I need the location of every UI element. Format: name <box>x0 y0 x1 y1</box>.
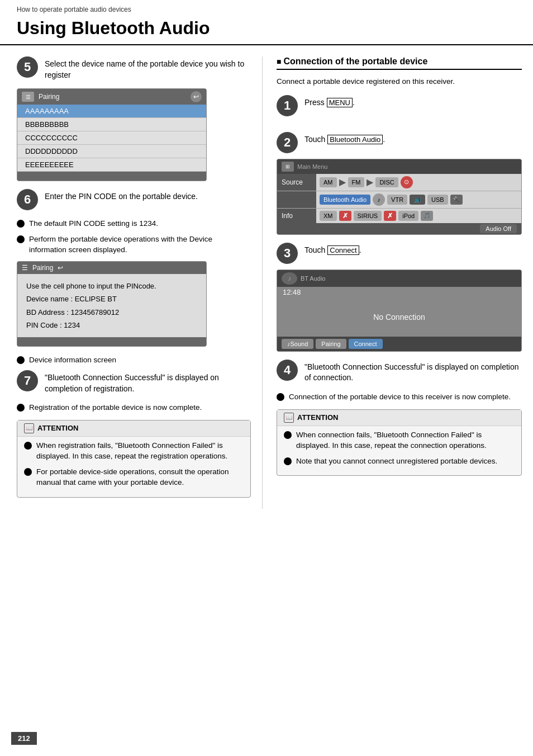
step-3-text: Touch Connect. <box>304 243 361 256</box>
arrow-1: ▶ <box>339 177 346 187</box>
step-1-suffix: . <box>353 98 355 107</box>
ipod-btn[interactable]: iPod <box>398 211 418 221</box>
attention-dot-l2 <box>24 468 32 476</box>
attention-item-left-2: For portable device-side operations, con… <box>24 466 244 488</box>
bullet-dot-device-info <box>17 356 25 364</box>
attention-dot-r1 <box>284 431 292 439</box>
device-info-label: Device information screen <box>29 355 116 366</box>
step-3-block: 3 Touch Connect. <box>277 243 522 264</box>
menu-row-info: Info XM ✗ SIRIUS ✗ iPod 🎵 <box>277 209 521 223</box>
bt-audio-label: BT Audio <box>301 275 325 282</box>
menu-button: MENU <box>327 98 353 107</box>
section-heading: Connection of the portable device <box>277 56 522 70</box>
source-items: AM ▶ FM ▶ DISC ⊙ <box>316 174 521 191</box>
step-3-suffix: . <box>359 245 361 254</box>
pairing-info-icon: ☰ <box>22 264 28 272</box>
usb-btn[interactable]: USB <box>427 195 448 205</box>
breadcrumb: How to operate portable audio devices <box>0 0 533 16</box>
pairing-back-button[interactable]: ↩ <box>58 264 63 272</box>
left-column: 5 Select the device name of the portable… <box>0 56 263 509</box>
disc-btn[interactable]: DISC <box>375 177 398 187</box>
main-menu-screenshot: ⊞ Main Menu Source AM ▶ FM ▶ DISC ⊙ <box>277 159 522 235</box>
device-item-3[interactable]: CCCCCCCCCC <box>17 131 206 145</box>
pairing-line-3: BD Address : 123456789012 <box>26 306 197 319</box>
sirius-btn[interactable]: SIRIUS <box>354 211 382 221</box>
pairing-box-content: Use the cell phone to input the PINcode.… <box>17 274 206 338</box>
attention-header-right: 📖 ATTENTION <box>277 410 521 426</box>
attention-item-right-2: Note that you cannot connect unregistere… <box>284 456 515 467</box>
device-info-label-row: Device information screen <box>17 355 251 366</box>
page-container: How to operate portable audio devices Us… <box>0 0 533 756</box>
device-item-2[interactable]: BBBBBBBBB <box>17 118 206 131</box>
step-2-prefix: Touch <box>304 135 327 144</box>
step-3-prefix: Touch <box>304 245 327 254</box>
pairing-line-2: Device name : ECLIPSE BT <box>26 292 197 305</box>
attention-icon-right: 📖 <box>284 413 294 423</box>
am-btn[interactable]: AM <box>320 177 337 187</box>
bullet-3-text: Registration of the portable device is n… <box>29 402 202 413</box>
device-item-5[interactable]: EEEEEEEEEE <box>17 158 206 172</box>
device-list-box: ☰ Pairing ↩ AAAAAAAAA BBBBBBBBB CCCCCCCC… <box>17 88 207 181</box>
pairing-info-box: ☰ Pairing ↩ Use the cell phone to input … <box>17 261 207 347</box>
step-6-block: 6 Enter the PIN CODE on the portable dev… <box>17 189 251 210</box>
fm-btn[interactable]: FM <box>348 177 365 187</box>
info-label: Info <box>277 209 316 223</box>
device-list-header: ☰ Pairing ↩ <box>17 89 206 105</box>
bt-header-bar: ♪ BT Audio <box>277 270 521 287</box>
attention-icon-left: 📖 <box>24 423 34 433</box>
bt-icon: ♪ <box>373 193 385 206</box>
two-col-layout: 5 Select the device name of the portable… <box>0 56 533 509</box>
step-3-circle: 3 <box>277 243 298 264</box>
step-4-text: "Bluetooth Connection Successful" is dis… <box>304 360 522 384</box>
bullet-1: The default PIN CODE setting is 1234. <box>17 218 251 229</box>
step-7-block: 7 "Bluetooth Connection Successful" is d… <box>17 370 251 394</box>
attention-text-left-2: For portable device-side operations, con… <box>36 466 244 488</box>
pairing-box-header: ☰ Pairing ↩ <box>17 262 206 274</box>
bluetooth-audio-button: Bluetooth Audio <box>327 135 383 144</box>
step-1-block: 1 Press MENU. <box>277 95 522 124</box>
bullet-dot-r1 <box>277 393 284 401</box>
step-7-text: "Bluetooth Connection Successful" is dis… <box>45 370 251 394</box>
right-column: Connection of the portable device Connec… <box>263 56 533 509</box>
info-items: XM ✗ SIRIUS ✗ iPod 🎵 <box>316 209 521 223</box>
step-2-text: Touch Bluetooth Audio. <box>304 132 385 145</box>
vtr-icon: 📺 <box>410 195 425 205</box>
bt-audio-screenshot: ♪ BT Audio 12:48 No Connection ♪Sound Pa… <box>277 270 522 352</box>
attention-text-right-1: When connection fails, "Bluetooth Connec… <box>296 429 515 451</box>
connect-footer-btn[interactable]: Connect <box>349 339 383 349</box>
menu-grid: Source AM ▶ FM ▶ DISC ⊙ <box>277 174 521 223</box>
bullet-r1-text: Connection of the portable device to thi… <box>289 391 511 403</box>
no-connection-label: No Connection <box>373 313 425 322</box>
sound-btn[interactable]: ♪Sound <box>282 339 313 349</box>
audio-off-btn[interactable]: Audio Off <box>480 224 517 233</box>
device-item-1[interactable]: AAAAAAAAA <box>17 105 206 118</box>
attention-box-right: 📖 ATTENTION When connection fails, "Blue… <box>277 409 522 476</box>
step-7-circle: 7 <box>17 370 38 391</box>
menu-row-source: Source AM ▶ FM ▶ DISC ⊙ <box>277 174 521 191</box>
step-5-text: Select the device name of the portable d… <box>45 56 251 81</box>
attention-text-left-1: When registration fails, "Bluetooth Conn… <box>36 440 244 462</box>
bullet-r1: Connection of the portable device to thi… <box>277 391 522 403</box>
device-item-4[interactable]: DDDDDDDDDD <box>17 145 206 158</box>
back-button[interactable]: ↩ <box>191 91 202 102</box>
pairing-icon: ☰ <box>22 92 34 102</box>
bluetooth-audio-menu-btn[interactable]: Bluetooth Audio <box>320 195 370 205</box>
sirius-x-icon: ✗ <box>384 211 396 221</box>
disc-icon: ⊙ <box>401 176 413 188</box>
menu-icon: ⊞ <box>282 162 294 172</box>
connect-button: Connect <box>327 245 359 255</box>
step-1-text: Press MENU. <box>304 95 355 108</box>
main-menu-label: Main Menu <box>297 163 327 170</box>
bullet-dot-1 <box>17 220 25 228</box>
bt-header-icon: ♪ <box>282 272 297 285</box>
step-1-prefix: Press <box>304 98 327 107</box>
page-title: Using Bluetooth Audio <box>0 16 533 45</box>
bt-content: No Connection <box>277 297 521 337</box>
step-4-block: 4 "Bluetooth Connection Successful" is d… <box>277 360 522 384</box>
xm-btn[interactable]: XM <box>320 211 337 221</box>
intro-text: Connect a portable device registered on … <box>277 77 522 87</box>
pairing-line-1: Use the cell phone to input the PINcode. <box>26 280 197 292</box>
pairing-btn[interactable]: Pairing <box>316 339 346 349</box>
main-menu-bar: ⊞ Main Menu <box>277 159 521 174</box>
vtr-btn[interactable]: VTR <box>387 195 407 205</box>
